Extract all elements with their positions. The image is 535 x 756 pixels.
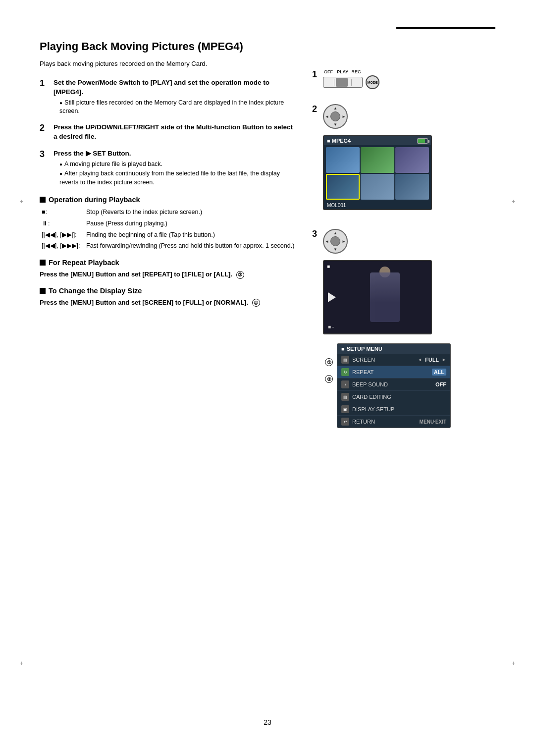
screen-icon: ▤ (341, 356, 349, 364)
playback-dots: ■ - (328, 324, 334, 329)
step-3-bullet-2: After playing back continuously from the… (59, 169, 297, 187)
lcd-footer: MOL001 (324, 202, 431, 209)
corner-mark-bl: + (20, 660, 23, 667)
step-3-content: Press the ▶ SET Button. A moving picture… (54, 149, 297, 188)
switch-labels: OFF PLAY REC (323, 69, 379, 74)
op-desc-stop: Stop (Reverts to the index picture scree… (86, 208, 297, 217)
operation-section-header: Operation during Playback (40, 196, 297, 204)
beep-icon: ♪ (341, 380, 349, 388)
page-number: 23 (264, 718, 271, 726)
step-3-bullet-1: A moving picture file is played back. (59, 160, 297, 169)
op-key-ff: [|◀◀], [▶▶▶]: (42, 241, 81, 251)
lcd-thumb-3 (395, 147, 429, 173)
step-1-content: Set the Power/Mode Switch to [PLAY] and … (54, 78, 297, 117)
screen-arrow-left: ◄ (418, 357, 422, 362)
switch-row: MODE (323, 75, 379, 89)
display-setup-label: DISPLAY SETUP (352, 406, 446, 412)
op-key-stop: ■: (42, 208, 81, 217)
op-desc-find: Finding the beginning of a file (Tap thi… (86, 230, 297, 240)
lcd-thumb-4-selected (326, 174, 360, 200)
joy-right-arrow-2: ► (342, 239, 346, 244)
playback-icon-top: ■ (327, 264, 330, 269)
step-3-illus: ▲ ▼ ◄ ► ■ (323, 229, 451, 428)
setup-menu-row-return: ↩ RETURN MENU·EXIT (337, 416, 450, 428)
op-row-find: [|◀◀], [▶▶|]: Finding the beginning of a… (42, 230, 297, 240)
step-1-text: Set the Power/Mode Switch to [PLAY] and … (54, 78, 297, 97)
step-2-text: Press the UP/DOWN/LEFT/RIGHT side of the… (54, 123, 297, 142)
joystick-outer: ▲ ▼ ◄ ► (323, 104, 348, 129)
joystick-row: ▲ ▼ ◄ ► (323, 104, 432, 131)
right-step-3-num: 3 (312, 229, 317, 239)
return-label: RETURN (352, 419, 417, 425)
joy-up-arrow: ▲ (333, 106, 337, 110)
right-step-1: 1 OFF PLAY REC (312, 69, 495, 89)
card-label: CARD EDITING (352, 394, 446, 400)
screen-value: FULL (425, 357, 439, 363)
step-1-number: 1 (40, 78, 50, 89)
page-title: Playing Back Moving Pictures (MPEG4) (40, 40, 297, 54)
joystick-inner (330, 111, 340, 121)
operation-title: Operation during Playback (49, 196, 140, 204)
joy-left-arrow: ◄ (325, 114, 329, 119)
right-column: 1 OFF PLAY REC (312, 40, 495, 435)
display-section-header: To Change the Display Size (40, 287, 297, 295)
lcd-thumb-2 (361, 147, 394, 173)
setup-menu-row-card: ▤ CARD EDITING (337, 391, 450, 403)
repeat-desc-bold: Press the [MENU] Button and set [REPEAT]… (40, 270, 232, 278)
lcd-battery-fill (418, 139, 425, 143)
setup-menu-header: ■ SETUP MENU (337, 344, 450, 354)
op-row-pause: ⏸: Pause (Press during playing.) (42, 219, 297, 228)
repeat-square-icon (40, 260, 46, 266)
joy-left-arrow-2: ◄ (325, 239, 329, 244)
mode-switch-illus: OFF PLAY REC (323, 69, 379, 89)
repeat-value: ALL (432, 369, 446, 376)
side-circle-nums: ① ② (323, 343, 333, 383)
page: + + + + Playing Back Moving Pictures (MP… (0, 0, 535, 756)
right-step-1-num: 1 (312, 69, 317, 80)
playback-figure (370, 272, 400, 322)
display-square-icon (40, 288, 46, 294)
joystick-illus-2: ▲ ▼ ◄ ► (323, 229, 350, 256)
op-row-ff: [|◀◀], [▶▶▶]: Fast forwarding/rewinding … (42, 241, 297, 251)
step-3-text: Press the ▶ SET Button. (54, 149, 297, 159)
left-column: Playing Back Moving Pictures (MPEG4) Pla… (40, 40, 297, 435)
switch-label-play: PLAY (337, 69, 348, 74)
display-desc: Press the [MENU] Button and set [SCREEN]… (40, 299, 297, 307)
right-step-2-num: 2 (312, 104, 317, 114)
setup-menu-icon: ■ (341, 346, 345, 352)
main-content: Playing Back Moving Pictures (MPEG4) Pla… (40, 40, 495, 435)
switch-label-off: OFF (323, 69, 334, 74)
mode-button: MODE (366, 75, 379, 89)
setup-menu-row-display: ▣ DISPLAY SETUP (337, 403, 450, 416)
page-subtitle: Plays back moving pictures recorded on t… (40, 59, 297, 69)
right-step-3: 3 ▲ ▼ ◄ ► ■ (312, 229, 495, 428)
repeat-label: REPEAT (352, 369, 429, 375)
setup-menu-title: SETUP MENU (347, 346, 382, 352)
lcd-thumb-1 (326, 147, 360, 173)
step-2-number: 2 (40, 123, 50, 133)
playback-screen: ■ ■ - (323, 260, 432, 334)
circle-num-2: ② (325, 375, 333, 383)
display-desc-bold: Press the [MENU] Button and set [SCREEN]… (40, 299, 248, 306)
play-indicator (328, 292, 336, 302)
step-2: 2 Press the UP/DOWN/LEFT/RIGHT side of t… (40, 123, 297, 143)
op-key-pause: ⏸: (42, 219, 81, 228)
beep-label: BEEP SOUND (352, 381, 432, 387)
playback-person (370, 272, 400, 322)
corner-mark-tl: + (20, 198, 23, 205)
return-value: MENU·EXIT (420, 419, 446, 425)
screen-label: SCREEN (352, 357, 415, 363)
right-step-2: 2 ▲ ▼ ◄ ► (312, 104, 495, 214)
joy-up-arrow-2: ▲ (333, 231, 337, 235)
joy-right-arrow: ► (342, 114, 346, 119)
setup-menu-row-repeat: ↻ REPEAT ALL (337, 366, 450, 378)
op-desc-pause: Pause (Press during playing.) (86, 219, 297, 228)
step-1: 1 Set the Power/Mode Switch to [PLAY] an… (40, 78, 297, 117)
op-row-stop: ■: Stop (Reverts to the index picture sc… (42, 208, 297, 217)
top-rule (396, 27, 495, 29)
setup-menu-row-beep: ♪ BEEP SOUND OFF (337, 378, 450, 391)
joystick-outer-2: ▲ ▼ ◄ ► (323, 229, 348, 254)
lcd-grid (324, 145, 431, 202)
repeat-title: For Repeat Playback (49, 259, 119, 267)
mode-button-label: MODE (368, 81, 378, 84)
